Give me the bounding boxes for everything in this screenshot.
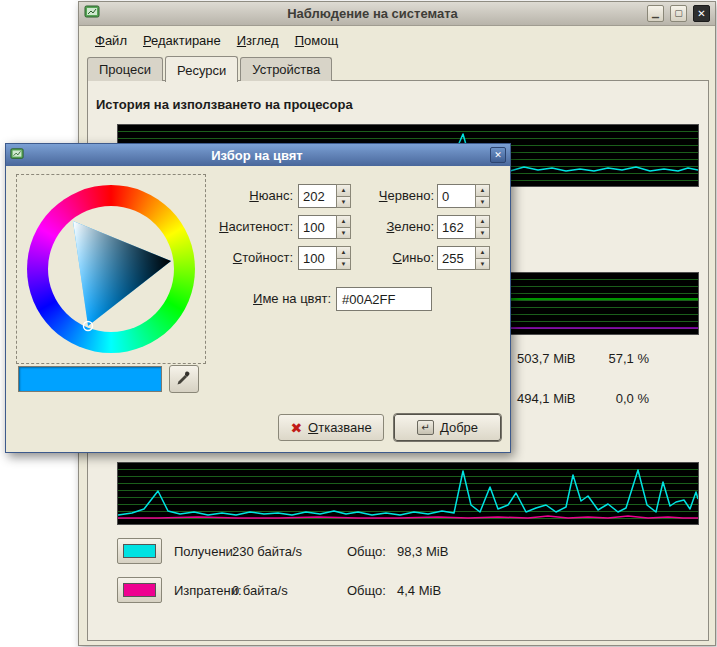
hue-saturation-wheel[interactable] <box>27 185 195 353</box>
tab-devices[interactable]: Устройства <box>240 57 332 81</box>
memory-percent: 57,1 % <box>549 351 649 366</box>
menu-help[interactable]: Помощ <box>287 29 346 52</box>
saturation-label: Наситеност: <box>156 219 293 234</box>
eyedropper-icon <box>176 370 192 389</box>
tab-resources[interactable]: Ресурси <box>165 56 238 82</box>
green-spin-up-button[interactable]: ▲ <box>475 215 490 228</box>
ok-button[interactable]: ↵ Добре <box>394 414 501 441</box>
received-rate: 230 байта/s <box>232 544 347 559</box>
sent-total: 4,4 MiB <box>397 583 441 598</box>
green-spin-down-button[interactable]: ▼ <box>475 228 490 240</box>
received-color-swatch <box>123 544 156 558</box>
close-button[interactable]: ✕ <box>693 5 710 22</box>
value-label: Стойност: <box>156 250 293 265</box>
sent-color-button[interactable] <box>117 577 162 603</box>
green-spinbox: 162 ▲▼ <box>437 215 490 239</box>
blue-value-input[interactable]: 255 <box>437 246 475 270</box>
received-total: 98,3 MiB <box>397 544 448 559</box>
app-icon <box>84 4 100 23</box>
blue-spin-up-button[interactable]: ▲ <box>475 246 490 259</box>
sent-rate: 0 байта/s <box>232 583 347 598</box>
maximize-button[interactable]: ▢ <box>670 5 687 22</box>
color-name-input[interactable]: #00A2FF <box>336 287 432 311</box>
main-titlebar[interactable]: Наблюдение на системата ▁ ▢ ✕ <box>79 2 715 26</box>
network-history-chart <box>117 462 699 525</box>
green-label: Зелено: <box>306 219 434 234</box>
received-label: Получени: <box>174 544 232 559</box>
dialog-app-icon <box>10 147 24 164</box>
blue-spinbox: 255 ▲▼ <box>437 246 490 270</box>
eyedropper-button[interactable] <box>169 365 199 393</box>
received-series-line <box>118 470 698 515</box>
cancel-button-label: Отказване <box>308 420 372 435</box>
red-label: Червено: <box>306 188 434 203</box>
blue-spin-down-button[interactable]: ▼ <box>475 259 490 271</box>
red-value-input[interactable]: 0 <box>437 184 475 208</box>
dialog-titlebar[interactable]: Избор на цвят ✕ <box>6 144 510 166</box>
color-preview <box>18 366 162 392</box>
window-title: Наблюдение на системата <box>104 6 641 21</box>
color-picker-dialog: Избор на цвят ✕ <box>5 143 511 453</box>
sent-total-label: Общо: <box>347 583 397 598</box>
red-spin-up-button[interactable]: ▲ <box>475 184 490 197</box>
menu-file[interactable]: Файл <box>87 29 135 52</box>
red-spinbox: 0 ▲▼ <box>437 184 490 208</box>
sent-series-line <box>118 516 698 518</box>
tab-processes[interactable]: Процеси <box>87 57 163 81</box>
ok-button-label: Добре <box>440 420 478 435</box>
received-legend-row: Получени: 230 байта/s Общо: 98,3 MiB <box>117 537 448 565</box>
color-name-label: Име на цвят: <box>156 291 331 306</box>
menu-edit[interactable]: Редактиране <box>135 29 229 52</box>
sent-color-swatch <box>123 583 156 597</box>
received-total-label: Общо: <box>347 544 397 559</box>
received-color-button[interactable] <box>117 538 162 564</box>
blue-label: Синьо: <box>306 250 434 265</box>
green-value-input[interactable]: 162 <box>437 215 475 239</box>
notebook-tabs: Процеси Ресурси Устройства <box>87 56 334 81</box>
hsv-triangle <box>27 185 195 353</box>
menubar: Файл Редактиране Изглед Помощ <box>81 27 713 54</box>
cancel-button[interactable]: ✖ Отказване <box>278 414 384 441</box>
dialog-close-button[interactable]: ✕ <box>490 147 506 163</box>
dialog-title: Избор на цвят <box>28 148 486 163</box>
cancel-x-icon: ✖ <box>290 421 302 435</box>
sent-legend-row: Изпратени: 0 байта/s Общо: 4,4 MiB <box>117 576 441 604</box>
red-spin-down-button[interactable]: ▼ <box>475 197 490 209</box>
minimize-button[interactable]: ▁ <box>647 5 664 22</box>
menu-view[interactable]: Изглед <box>229 29 287 52</box>
sent-label: Изпратени: <box>174 583 232 598</box>
ok-enter-key-icon: ↵ <box>417 420 434 435</box>
cpu-history-heading: История на използването на процесора <box>96 97 353 112</box>
hue-label: Нюанс: <box>156 188 293 203</box>
swap-percent: 0,0 % <box>549 391 649 406</box>
